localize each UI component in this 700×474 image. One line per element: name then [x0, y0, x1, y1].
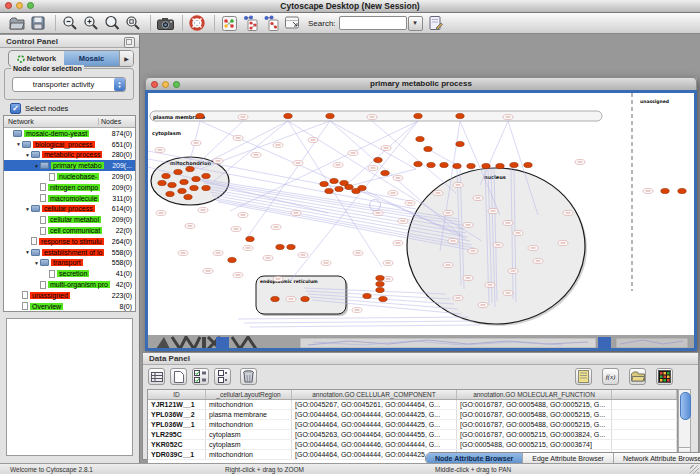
- graph-node-selected-color[interactable]: [510, 162, 518, 167]
- attribute-browser-icon[interactable]: [148, 368, 165, 385]
- graph-node-selected-color[interactable]: [184, 194, 192, 199]
- annotation-icon[interactable]: [427, 14, 445, 32]
- graph-node-selected-color[interactable]: [414, 113, 422, 118]
- graph-node-selected-color[interactable]: [456, 113, 464, 118]
- expand-arrow-icon[interactable]: ▼: [24, 152, 31, 158]
- tree-row[interactable]: macromolecule311(0): [4, 193, 135, 204]
- cell-cellular-component[interactable]: [GO:0044464, GO:0044444, GO:0044425, G..…: [292, 410, 457, 419]
- graph-node-selected-color[interactable]: [202, 173, 210, 178]
- tree-row[interactable]: nucleobase-209(0): [4, 171, 135, 182]
- tree-row[interactable]: ▼establishment of lo558(0): [4, 247, 135, 258]
- cell-id[interactable]: YPL036W__1: [148, 420, 206, 429]
- create-network-icon[interactable]: [220, 14, 238, 32]
- cell-layout-region[interactable]: cytoplasm: [206, 440, 292, 449]
- graph-node-selected-color[interactable]: [325, 188, 333, 193]
- graph-node-selected-color[interactable]: [427, 162, 435, 167]
- col-molecular-function[interactable]: annotation.GO MOLECULAR_FUNCTION: [457, 390, 612, 399]
- graph-node-selected-color[interactable]: [440, 162, 448, 167]
- table-row[interactable]: YJR121W__1mitochondrion[GO:0045267, GO:0…: [148, 400, 677, 410]
- resize-grip[interactable]: [690, 465, 699, 474]
- tab-network[interactable]: Network: [9, 51, 64, 66]
- graph-node-selected-color[interactable]: [174, 169, 182, 174]
- cell-layout-region[interactable]: mitochondrion: [206, 450, 292, 459]
- graph-node-selected-color[interactable]: [271, 296, 279, 301]
- graph-node-selected-color[interactable]: [496, 163, 504, 168]
- graph-node-selected-color[interactable]: [276, 244, 284, 249]
- tree-row[interactable]: unassigned223(0): [4, 290, 135, 301]
- import-attribute-file-icon[interactable]: [629, 368, 646, 385]
- network-view-window[interactable]: primary metabolic process plasma membran…: [145, 77, 697, 351]
- snapshot-icon[interactable]: [156, 14, 174, 32]
- tree-row[interactable]: multi-organism pro42(0): [4, 279, 135, 290]
- graph-node-selected-color[interactable]: [168, 182, 176, 187]
- graph-node-selected-color[interactable]: [196, 113, 204, 118]
- select-nodes-checkbox[interactable]: ✓: [10, 103, 21, 114]
- graph-node-selected-color[interactable]: [374, 157, 382, 162]
- cell-layout-region[interactable]: mitochondrion: [206, 400, 292, 409]
- cell-molecular-function[interactable]: [GO:0016787, GO:0005488, GO:0005215, G..…: [457, 420, 612, 429]
- graph-node-selected-color[interactable]: [320, 181, 328, 186]
- cell-id[interactable]: YJR121W__1: [148, 400, 206, 409]
- expand-arrow-icon[interactable]: ▼: [24, 206, 31, 212]
- cell-molecular-function[interactable]: [GO:0016787, GO:0005215, GO:0003824, G..…: [457, 430, 612, 439]
- network-window-titlebar[interactable]: primary metabolic process: [145, 77, 697, 90]
- cell-id[interactable]: YPL036W__2: [148, 410, 206, 419]
- cell-molecular-function[interactable]: [GO:0005488, GO:0005215, GO:0003674]: [457, 440, 612, 449]
- notes-icon[interactable]: [575, 368, 592, 385]
- graph-node-selected-color[interactable]: [192, 176, 200, 181]
- graph-node-selected-color[interactable]: [345, 184, 353, 189]
- graph-node-selected-color[interactable]: [376, 275, 384, 280]
- color-attribute-dropdown[interactable]: transporter activity ▲▼: [12, 77, 126, 92]
- create-attribute-icon[interactable]: [170, 368, 187, 385]
- search-input[interactable]: [339, 16, 407, 30]
- graph-node-selected-color[interactable]: [381, 170, 389, 175]
- tree-row[interactable]: cell communicat22(0): [4, 225, 135, 236]
- tree-row[interactable]: ▼primary metabo209(...: [4, 160, 135, 171]
- float-panel-icon[interactable]: [124, 37, 135, 48]
- graph-node-selected-color[interactable]: [456, 141, 464, 146]
- tab-mosaic[interactable]: Mosaic: [64, 51, 119, 66]
- cell-layout-region[interactable]: plasma membrane: [206, 410, 292, 419]
- graph-node-selected-color[interactable]: [246, 236, 254, 241]
- graph-node-selected-color[interactable]: [158, 180, 166, 185]
- tree-row[interactable]: mosaic-demo-yeast874(0): [4, 128, 135, 139]
- network-canvas[interactable]: plasma membranecytoplasmnucleusmitochond…: [148, 93, 694, 338]
- open-file-icon[interactable]: [8, 14, 26, 32]
- tree-row[interactable]: response to stimulu264(0): [4, 236, 135, 247]
- unselect-attributes-icon[interactable]: [214, 368, 231, 385]
- tree-row[interactable]: cellular metabol209(0): [4, 214, 135, 225]
- cell-cellular-component[interactable]: [GO:0045267, GO:0045261, GO:0044464, G..…: [292, 400, 457, 409]
- table-row[interactable]: YKR052Ccytoplasm[GO:0044464, GO:0044446,…: [148, 440, 677, 450]
- col-cellular-component[interactable]: annotation.GO CELLULAR_COMPONENT: [292, 390, 457, 399]
- tree-row[interactable]: Overview8(0): [4, 301, 135, 312]
- graph-node-selected-color[interactable]: [228, 257, 236, 262]
- cell-id[interactable]: YDR039C__1: [148, 450, 206, 459]
- tree-row[interactable]: ▼cellular process614(0): [4, 204, 135, 215]
- expand-arrow-icon[interactable]: ▼: [24, 249, 31, 255]
- cell-layout-region[interactable]: cytoplasm: [206, 430, 292, 439]
- col-layout-region[interactable]: _cellularLayoutRegion: [206, 390, 292, 399]
- graph-node-selected-color[interactable]: [416, 136, 424, 141]
- graph-node-selected-color[interactable]: [180, 179, 188, 184]
- graph-node-selected-color[interactable]: [376, 287, 384, 292]
- graph-node-selected-color[interactable]: [335, 186, 343, 191]
- graph-node-selected-color[interactable]: [424, 146, 432, 151]
- graph-node-selected-color[interactable]: [379, 296, 387, 301]
- tree-row[interactable]: ▼biological_process651(0): [4, 139, 135, 150]
- cell-molecular-function[interactable]: [GO:0016787, GO:0005488, GO:0005215, G..…: [457, 410, 612, 419]
- import-attributes-icon[interactable]: [262, 14, 280, 32]
- graph-node-selected-color[interactable]: [301, 296, 309, 301]
- zoom-selected-icon[interactable]: [103, 14, 121, 32]
- graph-node-selected-color[interactable]: [284, 113, 292, 118]
- delete-attribute-icon[interactable]: [240, 368, 257, 385]
- function-builder-icon[interactable]: f(x): [602, 368, 619, 385]
- graph-node-selected-color[interactable]: [162, 173, 170, 178]
- graph-node-selected-color[interactable]: [482, 163, 490, 168]
- cell-id[interactable]: YKR052C: [148, 440, 206, 449]
- expand-arrow-icon[interactable]: ▼: [33, 163, 40, 169]
- graph-node-selected-color[interactable]: [524, 162, 532, 167]
- graph-node-selected-color[interactable]: [186, 166, 194, 171]
- table-row[interactable]: YLR295Ccytoplasm[GO:0045263, GO:0044464,…: [148, 430, 677, 440]
- import-table-icon[interactable]: [283, 14, 301, 32]
- graph-node-selected-color[interactable]: [358, 185, 366, 190]
